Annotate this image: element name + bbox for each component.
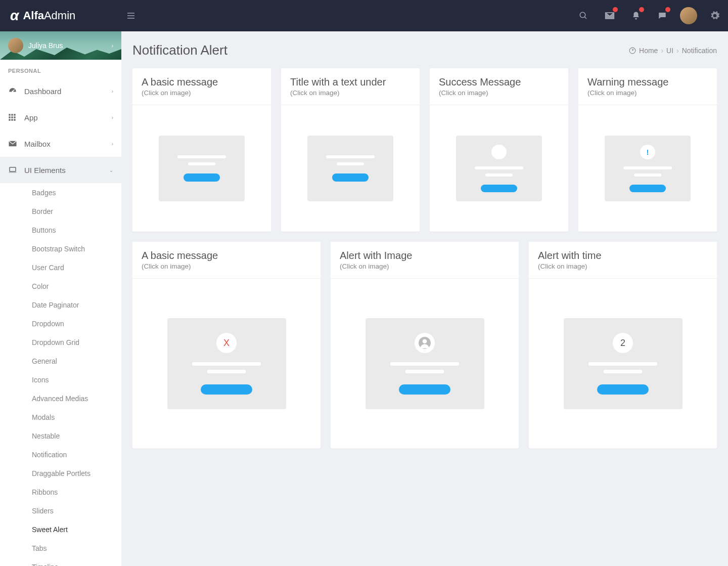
- svg-rect-7: [14, 116, 15, 118]
- user-panel[interactable]: Juliya Brus ›: [0, 31, 121, 60]
- card-header: A basic message(Click on image): [132, 242, 321, 279]
- svg-rect-4: [14, 114, 15, 115]
- sub-item-timeline[interactable]: Timeline: [0, 557, 121, 566]
- sub-item-badges[interactable]: Badges: [0, 183, 121, 202]
- placeholder-line: [475, 166, 523, 169]
- sub-item-advanced-medias[interactable]: Advanced Medias: [0, 389, 121, 408]
- sub-item-tabs[interactable]: Tabs: [0, 539, 121, 557]
- dashboard-icon: [629, 47, 636, 54]
- card-body: X: [132, 279, 321, 449]
- sub-item-nestable[interactable]: Nestable: [0, 426, 121, 445]
- sub-item-date-paginator[interactable]: Date Paginator: [0, 295, 121, 314]
- card-header: Warning message(Click on image): [578, 68, 717, 105]
- breadcrumb: Home › UI › Notification: [629, 47, 717, 55]
- card-subtitle: (Click on image): [142, 263, 311, 270]
- bell-icon: [631, 11, 641, 20]
- brand-logo[interactable]: α AlfaAdmin: [0, 0, 121, 31]
- nav-item-app[interactable]: App›: [0, 104, 121, 130]
- alert-preview[interactable]: !: [605, 136, 691, 201]
- placeholder-button: [481, 185, 518, 192]
- nav-item-label: Dashboard: [24, 87, 61, 96]
- svg-rect-6: [11, 116, 13, 118]
- sub-item-dropdown[interactable]: Dropdown: [0, 314, 121, 333]
- brand-bold: Alfa: [23, 9, 44, 22]
- user-avatar-icon: [8, 38, 23, 53]
- chevron-right-icon: ›: [112, 141, 113, 147]
- sub-item-sweet-alert[interactable]: Sweet Alert: [0, 520, 121, 539]
- top-header: α AlfaAdmin: [0, 0, 728, 31]
- sub-item-bootstrap-switch[interactable]: Bootstrap Switch: [0, 239, 121, 258]
- breadcrumb-ui[interactable]: UI: [666, 47, 673, 55]
- placeholder-button: [399, 384, 450, 395]
- alert-preview[interactable]: [456, 136, 542, 201]
- bell-badge: [639, 7, 644, 12]
- breadcrumb-home[interactable]: Home: [639, 47, 658, 55]
- svg-point-14: [423, 339, 427, 343]
- sub-item-color[interactable]: Color: [0, 277, 121, 295]
- chevron-right-icon: ›: [112, 115, 113, 120]
- card-subtitle: (Click on image): [439, 89, 559, 97]
- svg-rect-8: [9, 119, 10, 120]
- page-title: Notification Alert: [132, 42, 228, 58]
- card-body: 2: [529, 279, 717, 449]
- sub-item-icons[interactable]: Icons: [0, 370, 121, 389]
- sidebar: Juliya Brus › PERSONAL Dashboard›App›Mai…: [0, 31, 121, 566]
- nav-item-label: Mailbox: [24, 140, 51, 148]
- hamburger-icon: [127, 12, 134, 19]
- sub-item-border[interactable]: Border: [0, 202, 121, 221]
- sub-item-general[interactable]: General: [0, 352, 121, 370]
- chat-button[interactable]: [649, 0, 675, 31]
- search-button[interactable]: [570, 0, 597, 31]
- separator-icon: ›: [661, 47, 663, 55]
- alert-preview[interactable]: X: [167, 318, 286, 409]
- alert-preview[interactable]: 2: [564, 318, 682, 409]
- placeholder-button: [629, 185, 666, 192]
- alert-preview[interactable]: [159, 136, 245, 201]
- sub-item-draggable-portlets[interactable]: Draggable Portlets: [0, 464, 121, 483]
- alert-card: Alert with time(Click on image)2: [529, 242, 717, 449]
- card-title: Alert with time: [538, 250, 708, 262]
- placeholder-line: [623, 166, 672, 169]
- alert-preview[interactable]: [307, 136, 393, 201]
- card-subtitle: (Click on image): [538, 263, 708, 270]
- sub-item-sliders[interactable]: Sliders: [0, 501, 121, 520]
- card-body: [132, 105, 271, 232]
- mail-button[interactable]: [597, 0, 623, 31]
- svg-rect-2: [9, 114, 10, 115]
- nav-item-mailbox[interactable]: Mailbox›: [0, 130, 121, 157]
- success-circle-icon: [491, 145, 507, 159]
- brand-light: Admin: [44, 9, 75, 22]
- sub-item-dropdown-grid[interactable]: Dropdown Grid: [0, 333, 121, 352]
- user-avatar-button[interactable]: [675, 0, 702, 31]
- card-title: A basic message: [142, 76, 262, 88]
- nav-item-dashboard[interactable]: Dashboard›: [0, 78, 121, 104]
- svg-point-0: [580, 12, 585, 18]
- sub-item-modals[interactable]: Modals: [0, 408, 121, 426]
- dashboard-icon: [8, 86, 24, 96]
- avatar-placeholder-icon: [415, 333, 435, 353]
- menu-toggle-button[interactable]: [121, 12, 141, 19]
- mail-icon: [605, 11, 615, 21]
- placeholder-button: [201, 384, 252, 395]
- placeholder-line: [337, 162, 365, 165]
- placeholder-button: [184, 173, 220, 182]
- nav-item-label: App: [24, 113, 38, 122]
- sub-item-buttons[interactable]: Buttons: [0, 221, 121, 239]
- sub-item-notification[interactable]: Notification: [0, 445, 121, 464]
- error-x-icon: X: [216, 333, 237, 353]
- card-title: Warning message: [587, 76, 708, 88]
- notifications-button[interactable]: [623, 0, 649, 31]
- gear-icon: [710, 11, 720, 21]
- grid-icon: [8, 113, 24, 121]
- alert-card: A basic message(Click on image)X: [132, 242, 321, 449]
- settings-button[interactable]: [702, 0, 728, 31]
- card-body: [281, 105, 420, 232]
- sub-item-user-card[interactable]: User Card: [0, 258, 121, 277]
- alert-preview[interactable]: [366, 318, 484, 409]
- svg-rect-10: [14, 119, 15, 120]
- card-subtitle: (Click on image): [587, 89, 708, 97]
- sub-item-ribbons[interactable]: Ribbons: [0, 483, 121, 501]
- nav-item-ui-elements[interactable]: UI Elements⌄: [0, 157, 121, 183]
- card-subtitle: (Click on image): [340, 263, 510, 270]
- card-title: Title with a text under: [290, 76, 411, 88]
